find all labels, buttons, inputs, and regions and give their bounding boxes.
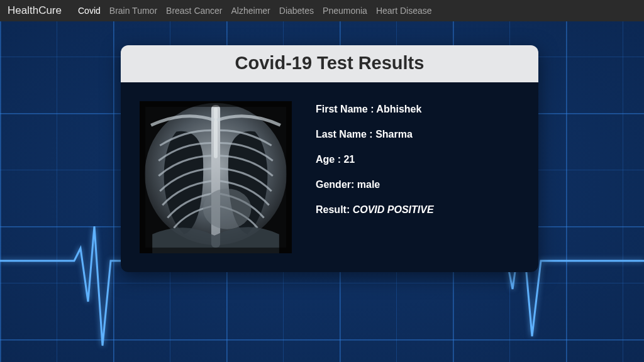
nav-item-brain-tumor[interactable]: Brain Tumor	[109, 6, 157, 16]
gender-label: Gender:	[316, 179, 357, 190]
nav-item-alzheimer[interactable]: Alzheimer	[231, 6, 270, 16]
svg-rect-3	[214, 107, 218, 158]
nav-item-covid[interactable]: Covid	[78, 6, 101, 16]
last-name-row: Last Name : Sharma	[316, 129, 434, 140]
nav-item-diabetes[interactable]: Diabetes	[279, 6, 314, 16]
svg-point-4	[203, 189, 252, 229]
nav-item-pneumonia[interactable]: Pneumonia	[323, 6, 367, 16]
gender-value: male	[357, 179, 380, 190]
results-card: Covid-19 Test Results	[121, 45, 538, 272]
gender-row: Gender: male	[316, 179, 434, 190]
brand-label[interactable]: HealthCure	[8, 4, 62, 17]
card-title: Covid-19 Test Results	[121, 45, 538, 82]
result-row: Result: COVID POSITIVE	[316, 204, 434, 216]
card-body: First Name : Abhishek Last Name : Sharma…	[121, 82, 538, 272]
last-name-value: Sharma	[375, 129, 413, 140]
result-value: COVID POSITIVE	[353, 204, 434, 215]
result-label: Result:	[316, 204, 353, 215]
first-name-label: First Name :	[316, 104, 376, 114]
age-row: Age : 21	[316, 154, 434, 165]
last-name-label: Last Name :	[316, 129, 375, 140]
nav-item-heart-disease[interactable]: Heart Disease	[376, 6, 432, 16]
patient-info: First Name : Abhishek Last Name : Sharma…	[316, 101, 434, 253]
navbar: HealthCure Covid Brain Tumor Breast Canc…	[0, 0, 644, 21]
first-name-row: First Name : Abhishek	[316, 104, 434, 115]
age-label: Age :	[316, 154, 343, 165]
xray-image	[140, 101, 292, 253]
nav-item-breast-cancer[interactable]: Breast Cancer	[166, 6, 222, 16]
age-value: 21	[343, 154, 355, 165]
first-name-value: Abhishek	[376, 104, 421, 114]
